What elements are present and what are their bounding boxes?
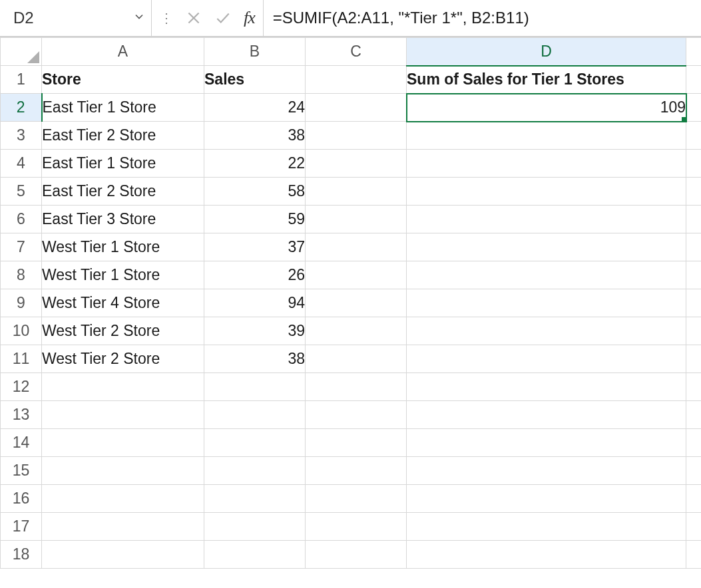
row-head-16[interactable]: 16: [1, 485, 42, 513]
cell-B2[interactable]: 24: [204, 94, 306, 122]
name-box[interactable]: D2: [11, 9, 130, 27]
cell-C2[interactable]: [306, 94, 407, 122]
cell-D7[interactable]: [407, 233, 686, 261]
cell-C13[interactable]: [306, 401, 407, 429]
cell-B17[interactable]: [204, 513, 306, 541]
cell-B16[interactable]: [204, 485, 306, 513]
cell-D3[interactable]: [407, 122, 686, 150]
cell-D6[interactable]: [407, 206, 686, 233]
cancel-button[interactable]: [182, 7, 205, 29]
cell-A17[interactable]: [42, 513, 204, 541]
row-head-11[interactable]: 11: [1, 345, 42, 373]
cell-A5[interactable]: East Tier 2 Store: [42, 178, 204, 206]
row-head-14[interactable]: 14: [1, 429, 42, 457]
cell-B6[interactable]: 59: [204, 206, 306, 233]
cell-C15[interactable]: [306, 457, 407, 485]
cell-D9[interactable]: [407, 289, 686, 317]
cell-D4[interactable]: [407, 150, 686, 178]
enter-button[interactable]: [212, 7, 234, 29]
cell-B3[interactable]: 38: [204, 122, 306, 150]
cell-B14[interactable]: [204, 429, 306, 457]
row-head-1[interactable]: 1: [1, 66, 42, 94]
cell-A6[interactable]: East Tier 3 Store: [42, 206, 204, 233]
cell-B10[interactable]: 39: [204, 317, 306, 345]
row-head-12[interactable]: 12: [1, 373, 42, 401]
cell-B9[interactable]: 94: [204, 289, 306, 317]
cell-B4[interactable]: 22: [204, 150, 306, 178]
row-head-7[interactable]: 7: [1, 233, 42, 261]
select-all-corner[interactable]: [1, 38, 42, 66]
cell-C9[interactable]: [306, 289, 407, 317]
cell-A12[interactable]: [42, 373, 204, 401]
cell-A16[interactable]: [42, 485, 204, 513]
cell-C6[interactable]: [306, 206, 407, 233]
cell-C12[interactable]: [306, 373, 407, 401]
cell-B15[interactable]: [204, 457, 306, 485]
cell-B1[interactable]: Sales: [204, 66, 306, 94]
col-head-D[interactable]: D: [407, 38, 686, 66]
cell-D15[interactable]: [407, 457, 686, 485]
row-head-18[interactable]: 18: [1, 541, 42, 569]
row-head-13[interactable]: 13: [1, 401, 42, 429]
col-head-C[interactable]: C: [306, 38, 407, 66]
cell-D11[interactable]: [407, 345, 686, 373]
formula-input[interactable]: =SUMIF(A2:A11, "*Tier 1*", B2:B11): [264, 0, 701, 36]
cell-C4[interactable]: [306, 150, 407, 178]
cell-A2[interactable]: East Tier 1 Store: [42, 94, 204, 122]
cell-D17[interactable]: [407, 513, 686, 541]
cell-D10[interactable]: [407, 317, 686, 345]
cell-A18[interactable]: [42, 541, 204, 569]
cell-A11[interactable]: West Tier 2 Store: [42, 345, 204, 373]
cell-D13[interactable]: [407, 401, 686, 429]
row-head-17[interactable]: 17: [1, 513, 42, 541]
cell-A8[interactable]: West Tier 1 Store: [42, 261, 204, 289]
cell-C16[interactable]: [306, 485, 407, 513]
cell-A9[interactable]: West Tier 4 Store: [42, 289, 204, 317]
cell-B12[interactable]: [204, 373, 306, 401]
chevron-down-icon[interactable]: [130, 10, 148, 27]
cell-C8[interactable]: [306, 261, 407, 289]
cell-A4[interactable]: East Tier 1 Store: [42, 150, 204, 178]
cell-D14[interactable]: [407, 429, 686, 457]
cell-C10[interactable]: [306, 317, 407, 345]
row-head-8[interactable]: 8: [1, 261, 42, 289]
row-head-2[interactable]: 2: [1, 94, 42, 122]
cell-B18[interactable]: [204, 541, 306, 569]
row-head-15[interactable]: 15: [1, 457, 42, 485]
cell-C3[interactable]: [306, 122, 407, 150]
row-head-9[interactable]: 9: [1, 289, 42, 317]
col-head-A[interactable]: A: [42, 38, 204, 66]
cell-C7[interactable]: [306, 233, 407, 261]
cell-D16[interactable]: [407, 485, 686, 513]
cell-C17[interactable]: [306, 513, 407, 541]
cell-C1[interactable]: [306, 66, 407, 94]
col-head-B[interactable]: B: [204, 38, 306, 66]
fx-icon[interactable]: fx: [241, 8, 258, 28]
cell-A1[interactable]: Store: [42, 66, 204, 94]
cell-B13[interactable]: [204, 401, 306, 429]
cell-C11[interactable]: [306, 345, 407, 373]
cell-D18[interactable]: [407, 541, 686, 569]
cell-B5[interactable]: 58: [204, 178, 306, 206]
cell-A14[interactable]: [42, 429, 204, 457]
cell-D8[interactable]: [407, 261, 686, 289]
cell-A3[interactable]: East Tier 2 Store: [42, 122, 204, 150]
row-head-10[interactable]: 10: [1, 317, 42, 345]
cell-A13[interactable]: [42, 401, 204, 429]
cell-A15[interactable]: [42, 457, 204, 485]
row-head-5[interactable]: 5: [1, 178, 42, 206]
cell-C5[interactable]: [306, 178, 407, 206]
vertical-dots-icon[interactable]: ⋮: [157, 11, 176, 25]
cell-B8[interactable]: 26: [204, 261, 306, 289]
cell-A7[interactable]: West Tier 1 Store: [42, 233, 204, 261]
cell-A10[interactable]: West Tier 2 Store: [42, 317, 204, 345]
row-head-3[interactable]: 3: [1, 122, 42, 150]
cell-D1[interactable]: Sum of Sales for Tier 1 Stores: [407, 66, 686, 94]
cell-D2[interactable]: 109: [407, 94, 686, 122]
cell-D12[interactable]: [407, 373, 686, 401]
row-head-4[interactable]: 4: [1, 150, 42, 178]
cell-C18[interactable]: [306, 541, 407, 569]
cell-D5[interactable]: [407, 178, 686, 206]
cell-C14[interactable]: [306, 429, 407, 457]
row-head-6[interactable]: 6: [1, 206, 42, 233]
